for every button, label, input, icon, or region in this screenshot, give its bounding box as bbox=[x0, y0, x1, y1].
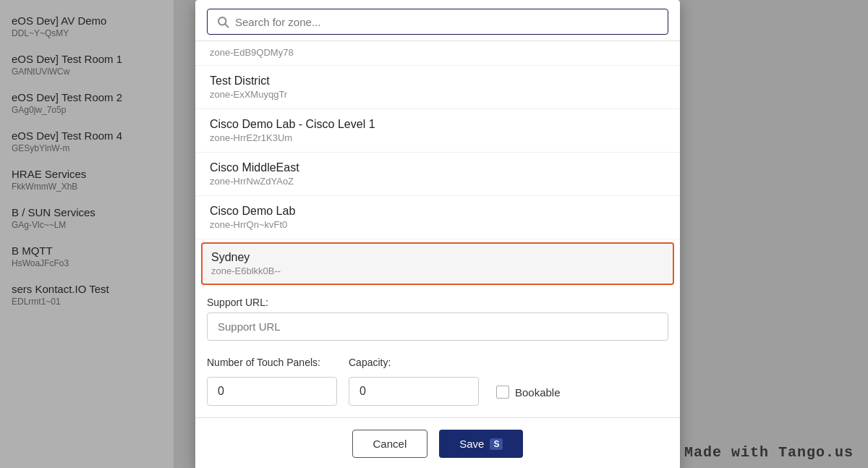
sidebar-item-6[interactable]: B MQTT HsWoaJFcFo3 bbox=[0, 237, 174, 276]
zone-item-4-selected[interactable]: Sydney zone-E6blkk0B-- bbox=[201, 242, 674, 285]
capacity-group: Capacity: bbox=[349, 357, 479, 406]
zone-selector-modal: zone-EdB9QDMy78 Test District zone-ExXMu… bbox=[195, 0, 680, 468]
touch-panels-group: Number of Touch Panels: bbox=[207, 357, 337, 406]
touch-panels-label: Number of Touch Panels: bbox=[207, 357, 337, 368]
search-input[interactable] bbox=[235, 16, 659, 28]
sidebar-item-0[interactable]: eOS Dev] AV Demo DDL~Y~QsMY bbox=[0, 7, 174, 46]
sidebar: eOS Dev] AV Demo DDL~Y~QsMY eOS Dev] Tes… bbox=[0, 0, 174, 468]
bottom-fields: Number of Touch Panels: Capacity: Bookab… bbox=[195, 349, 680, 417]
sidebar-item-3[interactable]: eOS Dev] Test Room 4 GESybYlnW-m bbox=[0, 122, 174, 161]
sidebar-item-2[interactable]: eOS Dev] Test Room 2 GAg0jw_7o5p bbox=[0, 84, 174, 122]
search-icon bbox=[216, 15, 229, 28]
tango-watermark: Made with Tango.us bbox=[684, 444, 854, 461]
zone-item-1[interactable]: Cisco Demo Lab - Cisco Level 1 zone-HrrE… bbox=[195, 109, 680, 153]
zone-item-0[interactable]: Test District zone-ExXMuyqgTr bbox=[195, 66, 680, 109]
support-url-input[interactable] bbox=[207, 312, 668, 341]
touch-panels-input[interactable] bbox=[207, 377, 337, 406]
bookable-label: Bookable bbox=[515, 386, 561, 399]
sidebar-item-5[interactable]: B / SUN Services GAg-Vlc~~LM bbox=[0, 199, 174, 237]
support-url-label: Support URL: bbox=[207, 297, 668, 308]
action-buttons: Cancel Save S bbox=[195, 417, 680, 468]
zone-list: Test District zone-ExXMuyqgTr Cisco Demo… bbox=[195, 66, 680, 285]
sidebar-item-1[interactable]: eOS Dev] Test Room 1 GAfNtUViWCw bbox=[0, 46, 174, 84]
bookable-wrapper: Bookable bbox=[496, 386, 561, 406]
search-wrapper bbox=[207, 9, 668, 35]
save-key-badge: S bbox=[490, 438, 503, 450]
cancel-button[interactable]: Cancel bbox=[352, 430, 428, 458]
save-label: Save bbox=[459, 438, 484, 450]
partial-zone-item: zone-EdB9QDMy78 bbox=[195, 41, 680, 66]
capacity-label: Capacity: bbox=[349, 357, 479, 368]
sidebar-item-7[interactable]: sers Kontact.IO Test EDLrmt1~01 bbox=[0, 276, 174, 314]
zone-item-3[interactable]: Cisco Demo Lab zone-HrrQn~kvFt0 bbox=[195, 196, 680, 239]
sidebar-item-4[interactable]: HRAE Services FkkWmmW_XhB bbox=[0, 161, 174, 199]
svg-line-1 bbox=[225, 24, 228, 27]
save-button[interactable]: Save S bbox=[439, 430, 523, 458]
search-container bbox=[195, 0, 680, 41]
support-url-section: Support URL: bbox=[195, 288, 680, 349]
zone-item-2[interactable]: Cisco MiddleEast zone-HrrNwZdYAoZ bbox=[195, 153, 680, 196]
bookable-checkbox[interactable] bbox=[496, 386, 509, 399]
capacity-input[interactable] bbox=[349, 377, 479, 406]
fields-row: Number of Touch Panels: Capacity: Bookab… bbox=[207, 357, 668, 406]
